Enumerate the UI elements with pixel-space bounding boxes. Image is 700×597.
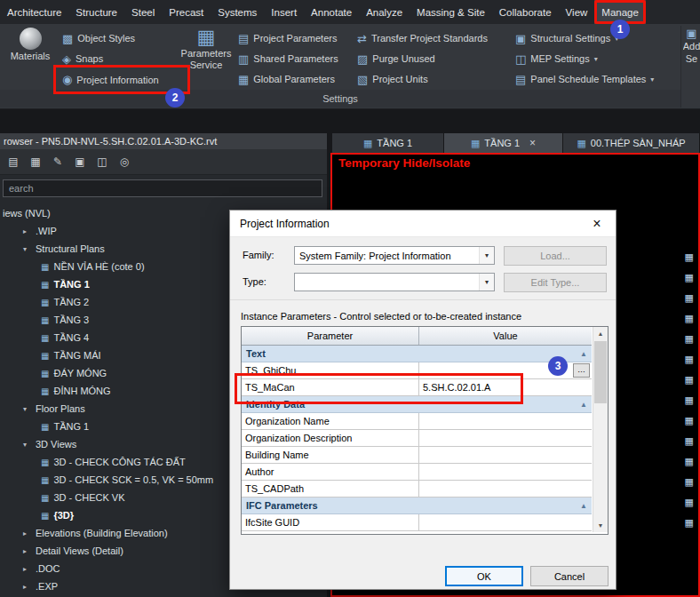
tab-architecture[interactable]: Architecture — [0, 0, 68, 24]
tab-analyze[interactable]: Analyze — [359, 0, 410, 24]
tab-annotate[interactable]: Annotate — [304, 0, 359, 24]
tab-precast[interactable]: Precast — [162, 0, 211, 24]
tile-view-icon[interactable]: ▦ — [28, 154, 44, 170]
materials-button[interactable]: Materials — [5, 28, 55, 61]
tab-collaborate[interactable]: Collaborate — [492, 0, 559, 24]
value-cell[interactable]: … — [419, 362, 592, 378]
family-select[interactable]: System Family: Project Information ▾ — [294, 246, 495, 265]
project-information-button[interactable]: ◉ Project Information 2 — [57, 68, 187, 92]
param-cell[interactable]: Organization Name — [242, 413, 419, 429]
tab-manage[interactable]: Manage 1 — [594, 0, 646, 24]
collapse-icon[interactable]: ▲ — [580, 401, 587, 409]
edit-icon[interactable]: ✎ — [50, 154, 66, 170]
ok-button[interactable]: OK — [445, 566, 523, 586]
sheet-icon[interactable]: ▦ — [685, 477, 694, 487]
scrollbar-thumb[interactable] — [594, 341, 607, 403]
object-styles-button[interactable]: ▩ Object Styles — [62, 29, 135, 47]
link-icon[interactable]: ◎ — [116, 154, 132, 170]
expander-icon[interactable]: ▾ — [23, 245, 31, 253]
value-cell[interactable] — [419, 430, 592, 446]
sheet-icon[interactable]: ▦ — [685, 252, 694, 262]
expander-icon[interactable]: ▾ — [23, 441, 31, 449]
view-tab-tang1-b-active[interactable]: ▦ TẦNG 1 × — [444, 133, 563, 153]
expander-icon[interactable]: ▾ — [23, 405, 31, 413]
save-icon[interactable]: ▣ — [72, 154, 88, 170]
value-cell[interactable] — [419, 514, 592, 530]
close-icon[interactable]: × — [578, 211, 616, 236]
param-cell[interactable]: Organization Description — [242, 430, 419, 446]
parameters-service-button[interactable]: ▦ Parameters Service — [179, 28, 233, 70]
sheet-icon[interactable]: ▦ — [685, 498, 694, 507]
list-view-icon[interactable]: ▤ — [5, 154, 21, 170]
sheet-icon[interactable]: ▦ — [685, 375, 694, 385]
collapse-icon[interactable]: ▲ — [580, 502, 587, 510]
sheet-icon[interactable]: ▦ — [685, 334, 694, 344]
ellipsis-button[interactable]: … — [573, 363, 590, 378]
expander-icon[interactable]: ▸ — [23, 529, 31, 537]
sheet-icon[interactable]: ▦ — [685, 314, 694, 323]
table-scrollbar[interactable]: ▲ ▼ — [593, 327, 608, 532]
value-cell[interactable] — [419, 447, 592, 463]
sheet-icon[interactable]: ▦ — [685, 354, 694, 364]
expander-icon[interactable]: ▸ — [23, 583, 31, 591]
sheet-icon[interactable]: ▦ — [685, 457, 694, 466]
mep-settings-icon: ◫ — [515, 53, 526, 65]
panel-schedule-templates-button[interactable]: ▤ Panel Schedule Templates ▾ — [515, 70, 654, 88]
param-cell[interactable]: TS_CADPath — [242, 481, 419, 497]
chevron-down-icon[interactable]: ▾ — [479, 247, 494, 264]
sheet-icon[interactable]: ▦ — [685, 293, 694, 303]
transfer-project-standards-button[interactable]: ⇄ Transfer Project Standards — [357, 29, 488, 47]
value-cell[interactable] — [419, 481, 592, 497]
shared-parameters-button[interactable]: ▥ Shared Parameters — [238, 50, 338, 68]
expander-icon[interactable]: ▸ — [23, 227, 31, 235]
mep-settings-button[interactable]: ◫ MEP Settings ▾ — [515, 50, 598, 68]
global-parameters-button[interactable]: ▦ Global Parameters — [238, 70, 335, 88]
param-cell[interactable]: TS_MaCan — [242, 379, 419, 395]
purge-unused-button[interactable]: ▨ Purge Unused — [357, 50, 435, 68]
tab-structure[interactable]: Structure — [68, 0, 124, 24]
expander-icon[interactable]: ▸ — [23, 547, 31, 555]
sheet-icon[interactable]: ▦ — [685, 273, 694, 283]
additional-settings-button-clipped[interactable]: ▣ Add Se — [683, 28, 700, 64]
sheet-icon[interactable]: ▦ — [685, 395, 694, 405]
param-cell[interactable]: Building Name — [242, 447, 419, 463]
object-styles-icon: ▩ — [62, 33, 73, 44]
expander-icon[interactable]: ▸ — [23, 565, 31, 573]
view-tab-tang1-a[interactable]: ▦ TẦNG 1 — [332, 133, 444, 153]
structural-settings-button[interactable]: ▣ Structural Settings ▾ — [515, 29, 618, 47]
tab-insert[interactable]: Insert — [264, 0, 304, 24]
value-cell[interactable] — [419, 413, 592, 429]
scroll-down-icon[interactable]: ▼ — [593, 519, 608, 532]
view-plan-icon: ▦ — [41, 280, 49, 290]
param-cell[interactable]: IfcSite GUID — [242, 514, 419, 530]
section-row-ifc-parameters[interactable]: IFC Parameters ▲ — [242, 498, 592, 514]
snaps-button[interactable]: ◈ Snaps — [62, 50, 103, 68]
param-cell[interactable]: Author — [242, 464, 419, 480]
chevron-down-icon[interactable]: ▾ — [479, 274, 494, 291]
project-parameters-button[interactable]: ▤ Project Parameters — [238, 29, 337, 47]
view-plan-icon: ▦ — [41, 422, 49, 432]
view-tab-thep-san-nhap[interactable]: ▦ 00.THÉP SÀN_NHÁP — [563, 133, 700, 153]
load-button[interactable]: Load... — [504, 246, 607, 266]
type-select[interactable]: ▾ — [294, 273, 495, 291]
sheet-icon[interactable]: ▦ — [685, 518, 694, 528]
section-row-identity-data[interactable]: Identity Data ▲ — [242, 396, 592, 413]
cancel-button[interactable]: Cancel — [530, 566, 609, 586]
edit-type-button[interactable]: Edit Type... — [504, 273, 607, 292]
copy-icon[interactable]: ◫ — [94, 154, 110, 170]
tab-view[interactable]: View — [559, 0, 595, 24]
scroll-up-icon[interactable]: ▲ — [593, 327, 608, 340]
param-cell[interactable]: TS_GhiChu — [242, 362, 419, 378]
search-input[interactable] — [3, 179, 322, 197]
section-row-text[interactable]: Text ▲ — [242, 346, 592, 362]
sheet-icon[interactable]: ▦ — [685, 416, 694, 426]
sheet-icon[interactable]: ▦ — [685, 436, 694, 446]
tab-massing-site[interactable]: Massing & Site — [410, 0, 492, 24]
tab-systems[interactable]: Systems — [211, 0, 264, 24]
value-cell[interactable] — [419, 464, 592, 480]
collapse-icon[interactable]: ▲ — [580, 350, 587, 358]
tab-steel[interactable]: Steel — [124, 0, 162, 24]
value-cell[interactable]: 5.SH.C.02.01.A — [419, 379, 592, 395]
project-units-button[interactable]: ▧ Project Units — [357, 70, 428, 88]
close-icon[interactable]: × — [529, 137, 536, 149]
